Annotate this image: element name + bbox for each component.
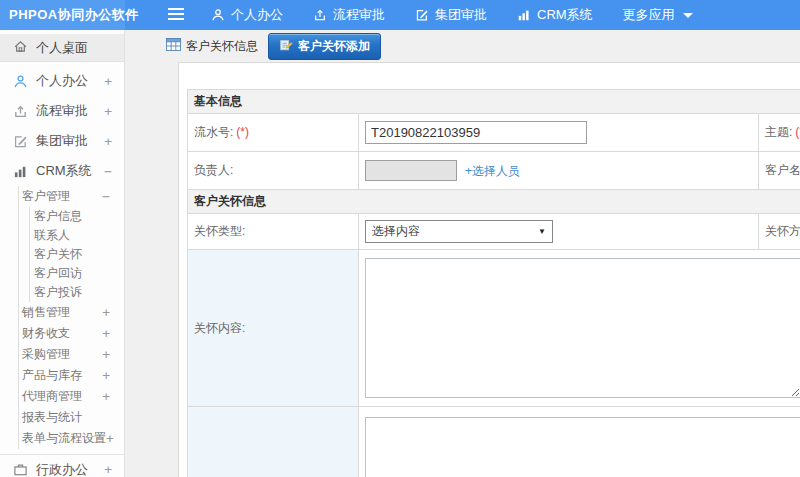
sidebar-item-label: 表单与流程设置: [22, 428, 106, 449]
sidebar-item-label: 采购管理: [22, 344, 70, 365]
sidebar-item-contacts[interactable]: 联系人: [30, 226, 124, 245]
nav-more-apps[interactable]: 更多应用: [623, 6, 693, 24]
sidebar-item-customer-revisit[interactable]: 客户回访: [30, 264, 124, 283]
nav-personal-office[interactable]: 个人办公: [211, 6, 283, 24]
edit-square-icon: [415, 8, 429, 22]
expand-toggle[interactable]: +: [104, 74, 112, 89]
owner-label: 负责人:: [194, 163, 233, 177]
sidebar-item-label: 代理商管理: [22, 386, 82, 407]
sidebar-item-customer-care[interactable]: 客户关怀: [30, 245, 124, 264]
sidebar-item-products-inventory[interactable]: 产品与库存 +: [19, 365, 124, 386]
sidebar-groups: 个人办公 + 流程审批 + 集团审批 + CRM系统 −: [0, 66, 124, 186]
sidebar-item-label: 流程审批: [36, 102, 88, 120]
briefcase-icon: [13, 462, 28, 477]
tab-label: 客户关怀添加: [298, 38, 370, 55]
sidebar-item-label: 财务收支: [22, 323, 70, 344]
collapse-toggle[interactable]: −: [104, 164, 112, 179]
person-icon: [211, 8, 225, 22]
nav-label: 个人办公: [231, 6, 283, 24]
expand-toggle[interactable]: +: [102, 365, 110, 386]
extra-label-cell: [188, 407, 359, 477]
sidebar-item-label: 集团审批: [36, 132, 88, 150]
sidebar-item-agent-management[interactable]: 代理商管理 +: [19, 386, 124, 407]
expand-toggle[interactable]: +: [104, 462, 112, 477]
person-icon: [13, 74, 28, 89]
sidebar-item-sales-management[interactable]: 销售管理 +: [19, 302, 124, 323]
sidebar: 个人桌面 个人办公 + 流程审批 + 集团审批 +: [0, 30, 125, 477]
subject-label-cell: 主题:(*): [759, 114, 800, 152]
serial-number-label-cell: 流水号:(*): [188, 114, 359, 152]
owner-label-cell: 负责人:: [188, 152, 359, 190]
tab-customer-care-info[interactable]: 客户关怀信息: [159, 34, 265, 59]
nav-label: 集团审批: [435, 6, 487, 24]
serial-number-row: 流水号:(*) 主题:(*): [188, 114, 800, 152]
section-customer-care-info: 客户关怀信息: [188, 190, 800, 214]
sidebar-item-reports-statistics[interactable]: 报表与统计: [19, 407, 124, 428]
menu-toggle-button[interactable]: [167, 7, 185, 24]
sidebar-item-personal-desktop[interactable]: 个人桌面: [0, 34, 124, 62]
customer-name-label: 客户名称:: [765, 163, 800, 177]
hamburger-icon: [167, 7, 185, 24]
sidebar-item-workflow-approval[interactable]: 流程审批 +: [0, 96, 124, 126]
expand-toggle[interactable]: +: [102, 302, 110, 323]
owner-input: [365, 160, 457, 181]
extra-content-textarea[interactable]: [365, 417, 800, 477]
section-header: 基本信息: [188, 90, 800, 114]
nav-crm-system[interactable]: CRM系统: [517, 6, 593, 24]
sidebar-item-form-workflow-settings[interactable]: 表单与流程设置 +: [19, 428, 124, 449]
customer-care-add-form: 基本信息 流水号:(*) 主题:(*) 负责人: +选择人员 客户名称:(*): [187, 89, 800, 477]
care-method-label-cell: 关怀方式:: [759, 214, 800, 250]
expand-toggle[interactable]: +: [104, 104, 112, 119]
subject-label: 主题:: [765, 125, 792, 139]
sidebar-item-label: 行政办公: [36, 461, 88, 477]
care-type-field-cell: 选择内容 ▼: [359, 214, 759, 250]
nav-label: 流程审批: [333, 6, 385, 24]
expand-toggle[interactable]: +: [102, 386, 110, 407]
serial-number-label: 流水号:: [194, 125, 233, 139]
care-content-textarea[interactable]: [365, 258, 800, 398]
bar-chart-icon: [517, 8, 531, 22]
sidebar-item-label: 销售管理: [22, 302, 70, 323]
expand-toggle[interactable]: +: [102, 344, 110, 365]
serial-number-field-cell: [359, 114, 759, 152]
collapse-toggle[interactable]: −: [102, 186, 110, 207]
tab-label: 客户关怀信息: [186, 38, 258, 55]
sidebar-item-customer-info[interactable]: 客户信息: [30, 207, 124, 226]
sidebar-item-admin-office[interactable]: 行政办公 +: [0, 454, 124, 477]
extra-field-cell: [359, 407, 800, 477]
care-type-label-cell: 关怀类型:: [188, 214, 359, 250]
nav-workflow-approval[interactable]: 流程审批: [313, 6, 385, 24]
owner-row: 负责人: +选择人员 客户名称:(*): [188, 152, 800, 190]
sidebar-item-label: 产品与库存: [22, 365, 82, 386]
care-content-label: 关怀内容:: [194, 321, 245, 335]
sidebar-item-label: 客户管理: [22, 186, 70, 207]
sidebar-item-purchasing[interactable]: 采购管理 +: [19, 344, 124, 365]
expand-toggle[interactable]: +: [106, 428, 114, 449]
sidebar-item-label: 个人桌面: [36, 39, 88, 57]
nav-label: CRM系统: [537, 6, 593, 24]
sidebar-item-crm-system[interactable]: CRM系统 −: [0, 156, 124, 186]
care-type-row: 关怀类型: 选择内容 ▼ 关怀方式:: [188, 214, 800, 250]
sidebar-item-label: CRM系统: [36, 162, 92, 180]
sidebar-item-group-approval[interactable]: 集团审批 +: [0, 126, 124, 156]
sidebar-item-customer-complaint[interactable]: 客户投诉: [30, 283, 124, 302]
sidebar-item-personal-office[interactable]: 个人办公 +: [0, 66, 124, 96]
customer-name-label-cell: 客户名称:(*): [759, 152, 800, 190]
extra-content-row: [188, 407, 800, 477]
expand-toggle[interactable]: +: [102, 323, 110, 344]
table-grid-icon: [166, 38, 181, 54]
sidebar-item-customer-management[interactable]: 客户管理 −: [19, 186, 124, 207]
owner-field-cell: +选择人员: [359, 152, 759, 190]
content-panel: 基本信息 流水号:(*) 主题:(*) 负责人: +选择人员 客户名称:(*): [178, 62, 800, 477]
sidebar-item-finance[interactable]: 财务收支 +: [19, 323, 124, 344]
tab-customer-care-add[interactable]: 客户关怀添加: [268, 33, 381, 60]
select-person-link[interactable]: +选择人员: [465, 164, 520, 178]
expand-toggle[interactable]: +: [104, 134, 112, 149]
sidebar-item-label: 报表与统计: [22, 407, 82, 428]
tab-strip: 客户关怀信息 客户关怀添加: [125, 30, 800, 62]
nav-group-approval[interactable]: 集团审批: [415, 6, 487, 24]
sidebar-item-label: 个人办公: [36, 72, 88, 90]
serial-number-input[interactable]: [365, 121, 587, 144]
care-type-select[interactable]: 选择内容 ▼: [365, 220, 553, 243]
nav-label: 更多应用: [623, 6, 675, 24]
